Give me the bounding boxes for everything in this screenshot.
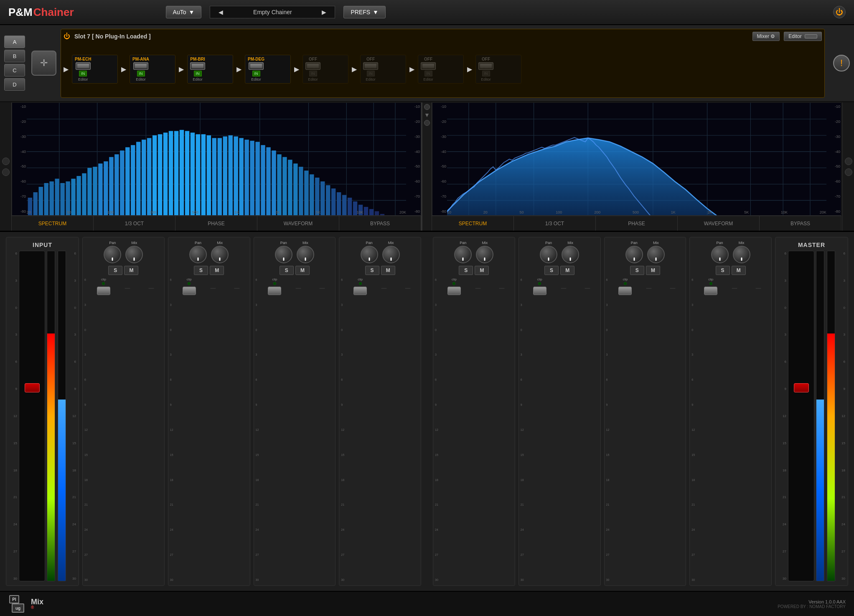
ch8-pan-knob[interactable] [711, 246, 729, 263]
ch1-mix-knob[interactable] [125, 246, 143, 263]
spectrum-left-tab-bypass[interactable]: BYPASS [339, 216, 421, 231]
editor-button[interactable]: Editor [784, 32, 822, 41]
plugin-7-knob[interactable] [421, 62, 436, 70]
plugin-7-editor[interactable]: Editor [423, 77, 433, 81]
ch5-pan-knob[interactable] [454, 246, 472, 263]
ch2-fader-track[interactable] [183, 286, 196, 287]
chain-name-display[interactable]: ◀ Empty Chainer ▶ [210, 6, 335, 18]
ch3-m-button[interactable]: M [295, 266, 310, 275]
ch6-s-button[interactable]: S [544, 266, 559, 275]
plugin-7-in[interactable]: IN [424, 71, 432, 76]
slot-d-button[interactable]: D [4, 78, 25, 91]
plugin-2-editor[interactable]: Editor [136, 77, 146, 81]
ch6-mix-knob[interactable] [562, 246, 579, 263]
ch7-pan-knob[interactable] [625, 246, 643, 263]
plugin-6-in[interactable]: IN [367, 71, 375, 76]
ch3-mix-knob[interactable] [297, 246, 314, 263]
plugin-7-prev[interactable]: ▶ [409, 65, 414, 73]
ch5-mix-knob[interactable] [476, 246, 493, 263]
ch8-s-button[interactable]: S [716, 266, 730, 275]
ch1-s-button[interactable]: S [108, 266, 122, 275]
ch1-pan-knob[interactable] [104, 246, 121, 263]
plugin-5-in[interactable]: IN [309, 71, 317, 76]
prefs-button[interactable]: PREFS ▼ [343, 6, 386, 18]
spectrum-right-tab-bypass[interactable]: BYPASS [760, 216, 841, 231]
ch2-s-button[interactable]: S [194, 266, 208, 275]
ch5-m-button[interactable]: M [475, 266, 489, 275]
ch7-mix-knob[interactable] [647, 246, 665, 263]
spectrum-left-tab-phase[interactable]: PHASE [175, 216, 257, 231]
plugin-2-in[interactable]: IN [137, 71, 145, 76]
ch4-pan-knob[interactable] [361, 246, 378, 263]
plugin-5-prev[interactable]: ▶ [294, 65, 299, 73]
plugin-8-knob[interactable] [478, 62, 493, 70]
plugin-4-in[interactable]: IN [252, 71, 260, 76]
plugin-8-in[interactable]: IN [482, 71, 490, 76]
plugin-3-prev[interactable]: ▶ [179, 65, 184, 73]
plugin-6-prev[interactable]: ▶ [352, 65, 357, 73]
ch4-mix-knob[interactable] [382, 246, 400, 263]
ch4-fader-track[interactable] [354, 286, 366, 287]
plugin-8-prev[interactable]: ▶ [467, 65, 472, 73]
ch4-s-button[interactable]: S [365, 266, 379, 275]
plugin-4-prev[interactable]: ▶ [236, 65, 241, 73]
plugin-2-knob[interactable] [133, 62, 148, 70]
spectrum-left-tab-spectrum[interactable]: SPECTRUM [12, 216, 94, 231]
plugin-1-editor[interactable]: Editor [78, 77, 88, 81]
spectrum-left-tab-waveform[interactable]: WAVEFORM [257, 216, 339, 231]
spectrum-right-tab-phase[interactable]: PHASE [596, 216, 678, 231]
spectrum-right-tab-spectrum[interactable]: SPECTRUM [432, 216, 514, 231]
plugin-6-knob[interactable] [363, 62, 378, 70]
ch4-m-button[interactable]: M [381, 266, 395, 275]
ch2-m-button[interactable]: M [210, 266, 224, 275]
ch3-pan-knob[interactable] [275, 246, 292, 263]
move-button[interactable]: ✛ [31, 51, 56, 76]
slot-b-button[interactable]: B [4, 50, 25, 62]
spectrum-right-tab-1-3oct[interactable]: 1/3 OCT [514, 216, 596, 231]
chain-next-icon[interactable]: ▶ [322, 9, 326, 15]
plugin-4-editor[interactable]: Editor [251, 77, 261, 81]
plugin-1-prev[interactable]: ▶ [64, 65, 69, 73]
power-button[interactable]: ⏻ [833, 6, 846, 18]
ch5-s-button[interactable]: S [459, 266, 473, 275]
slot-c-button[interactable]: C [4, 64, 25, 76]
input-left-fader[interactable] [19, 251, 45, 581]
plugin-3-editor[interactable]: Editor [193, 77, 203, 81]
ch7-m-button[interactable]: M [646, 266, 660, 275]
plugin-4-knob[interactable] [249, 62, 264, 70]
mixer-button[interactable]: Mixer ⚙ [752, 32, 780, 41]
divider-arrow-down[interactable]: ▼ [424, 112, 430, 118]
plugin-2-prev[interactable]: ▶ [121, 65, 126, 73]
slot-power-button[interactable]: ⏻ [64, 33, 70, 40]
ch2-pan-knob[interactable] [189, 246, 207, 263]
ch3-s-button[interactable]: S [280, 266, 294, 275]
spectrum-left-tab-1-3oct[interactable]: 1/3 OCT [94, 216, 175, 231]
ch7-s-button[interactable]: S [630, 266, 644, 275]
spectrum-right-tab-waveform[interactable]: WAVEFORM [678, 216, 760, 231]
warn-button[interactable]: ! [833, 55, 850, 71]
plugin-5-editor[interactable]: Editor [308, 77, 318, 81]
ch1-m-button[interactable]: M [124, 266, 138, 275]
master-left-fader[interactable] [788, 251, 814, 581]
chain-prev-icon[interactable]: ◀ [219, 9, 223, 15]
plugin-6-editor[interactable]: Editor [366, 77, 376, 81]
ch3-fader-track[interactable] [268, 286, 281, 287]
ch2-mix-knob[interactable] [211, 246, 229, 263]
plugin-1-in[interactable]: IN [79, 71, 87, 76]
ch7-fader-track[interactable] [619, 286, 631, 287]
slot-a-button[interactable]: A [4, 36, 25, 48]
auto-button[interactable]: AuTo ▼ [166, 6, 202, 18]
plugin-3-in[interactable]: IN [194, 71, 202, 76]
plugin-3-knob[interactable] [190, 62, 205, 70]
spectrum-right-canvas[interactable]: -10 -20 -30 -40 -50 -60 -70 -80 -10 -20 … [432, 102, 841, 216]
spectrum-left-canvas[interactable]: -10 -20 -30 -40 -50 -60 -70 -80 -10 -20 … [12, 102, 421, 216]
ch6-m-button[interactable]: M [560, 266, 574, 275]
plugin-8-editor[interactable]: Editor [481, 77, 491, 81]
ch6-pan-knob[interactable] [540, 246, 557, 263]
plugin-5-knob[interactable] [305, 62, 320, 70]
ch8-mix-knob[interactable] [733, 246, 750, 263]
ch6-fader-track[interactable] [534, 286, 546, 287]
ch1-fader-track[interactable] [97, 286, 110, 287]
plugin-1-knob[interactable] [76, 62, 91, 70]
ch8-fader-track[interactable] [704, 286, 717, 287]
